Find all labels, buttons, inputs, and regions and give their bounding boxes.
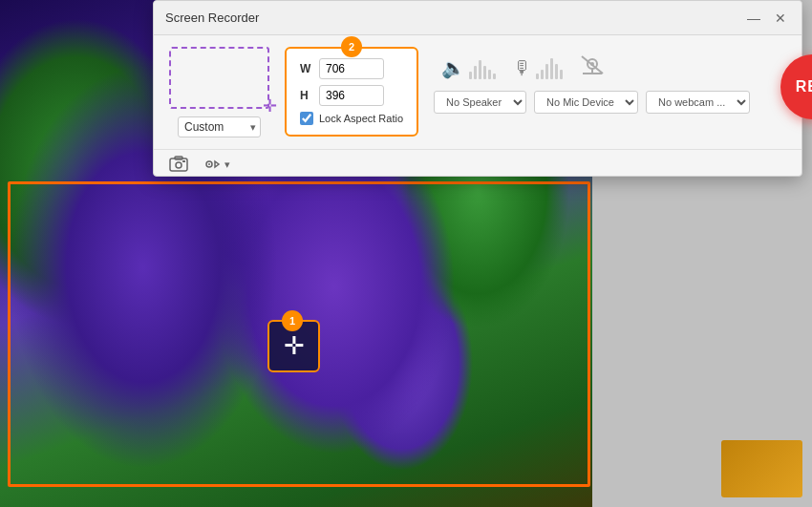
preset-select[interactable]: Custom Full Screen 720p 1080p bbox=[178, 116, 261, 137]
height-row: H bbox=[300, 85, 403, 106]
window-controls: — ✕ bbox=[744, 9, 790, 28]
speaker-bar-5 bbox=[488, 70, 491, 79]
title-bar: Screen Recorder — ✕ bbox=[154, 1, 801, 35]
mic-bar-2 bbox=[541, 70, 544, 79]
preset-dropdown-row: Custom Full Screen 720p 1080p bbox=[178, 116, 261, 137]
speaker-bar-3 bbox=[479, 60, 481, 79]
rec-section: REC bbox=[765, 47, 812, 127]
mic-icon: 🎙 bbox=[513, 57, 532, 79]
audio-icons-row: 🔈 🎙 bbox=[434, 54, 750, 81]
window-title: Screen Recorder bbox=[165, 11, 259, 25]
preview-area: Custom Full Screen 720p 1080p bbox=[169, 47, 269, 137]
svg-point-10 bbox=[208, 163, 210, 165]
width-row: W bbox=[300, 58, 403, 79]
screenshot-button[interactable] bbox=[169, 156, 188, 173]
mic-bars bbox=[536, 56, 563, 79]
width-input[interactable] bbox=[319, 58, 384, 79]
camera-dropdown-arrow: ▾ bbox=[224, 158, 230, 171]
svg-rect-5 bbox=[170, 158, 187, 171]
mic-group: 🎙 bbox=[513, 56, 563, 79]
mic-dropdown[interactable]: No Mic Device bbox=[534, 91, 638, 114]
speaker-icon: 🔈 bbox=[441, 56, 465, 79]
speaker-bar-4 bbox=[483, 66, 486, 79]
speaker-dropdown[interactable]: No Speaker bbox=[434, 91, 526, 114]
camera-settings-button[interactable]: ▾ bbox=[202, 156, 230, 173]
speaker-bar-6 bbox=[493, 74, 496, 79]
svg-rect-8 bbox=[182, 160, 185, 162]
webcam-group bbox=[580, 54, 605, 81]
height-label: H bbox=[300, 89, 313, 102]
webcam-icon bbox=[580, 54, 605, 81]
window-content: Custom Full Screen 720p 1080p 2 W H bbox=[154, 35, 801, 149]
screen-recorder-window: Screen Recorder — ✕ Custom Full Screen 7… bbox=[153, 0, 802, 177]
width-label: W bbox=[300, 62, 313, 75]
svg-point-6 bbox=[176, 162, 182, 168]
step-badge-2: 2 bbox=[341, 36, 362, 57]
thumbnail-preview bbox=[721, 440, 802, 497]
mic-bar-5 bbox=[555, 64, 558, 79]
lock-aspect-row: Lock Aspect Ratio bbox=[300, 112, 403, 125]
lock-aspect-label: Lock Aspect Ratio bbox=[319, 112, 403, 125]
audio-section: 🔈 🎙 bbox=[434, 47, 750, 121]
step-badge-1: 1 bbox=[282, 310, 303, 331]
capture-preview-rect bbox=[169, 47, 269, 109]
speaker-group: 🔈 bbox=[441, 56, 496, 79]
mic-bar-1 bbox=[536, 74, 539, 79]
mic-bar-3 bbox=[545, 64, 548, 79]
speaker-bar-2 bbox=[474, 66, 477, 79]
height-input[interactable] bbox=[319, 85, 384, 106]
speaker-bars bbox=[469, 56, 496, 79]
close-button[interactable]: ✕ bbox=[771, 9, 790, 28]
dimensions-box: 2 W H Lock Aspect Ratio bbox=[285, 47, 418, 137]
webcam-dropdown[interactable]: No webcam ... bbox=[646, 91, 750, 114]
speaker-bar-1 bbox=[469, 72, 472, 79]
minimize-button[interactable]: — bbox=[744, 9, 763, 28]
bottom-toolbar: ▾ bbox=[154, 149, 801, 179]
mic-bar-4 bbox=[550, 58, 553, 79]
move-cursor-icon: ✛ bbox=[284, 331, 305, 361]
rec-button[interactable]: REC bbox=[780, 54, 812, 119]
preset-select-wrapper: Custom Full Screen 720p 1080p bbox=[178, 116, 261, 137]
audio-dropdowns-row: No Speaker No Mic Device No webcam ... bbox=[434, 91, 750, 114]
lock-aspect-checkbox[interactable] bbox=[300, 112, 313, 125]
mic-bar-6 bbox=[560, 70, 563, 79]
